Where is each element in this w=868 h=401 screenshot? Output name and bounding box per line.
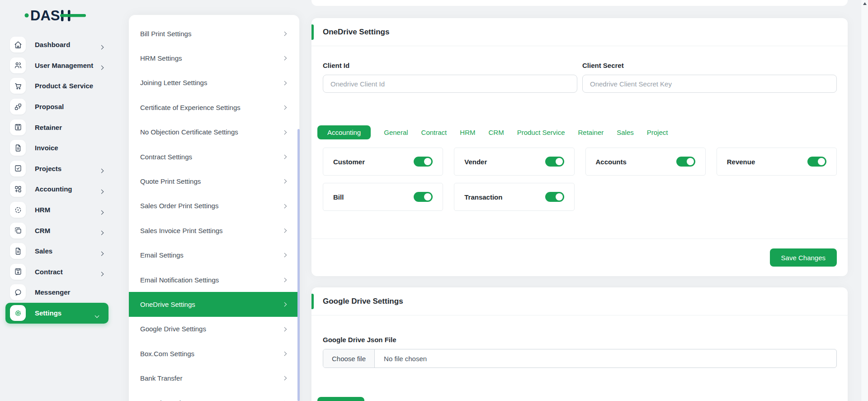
sidebar-item-settings[interactable]: Settings: [5, 303, 108, 324]
tab-sales[interactable]: Sales: [617, 125, 634, 139]
settings-nav-item-sales-invoice-print[interactable]: Sales Invoice Print Settings: [129, 218, 299, 243]
settings-nav-panel: Bill Print Settings HRM Settings Joining…: [129, 15, 299, 401]
sidebar-item-projects[interactable]: Projects: [0, 158, 118, 179]
tab-retainer[interactable]: Retainer: [578, 125, 604, 139]
bill-toggle[interactable]: [414, 192, 433, 202]
settings-nav-item-sales-order-print[interactable]: Sales Order Print Settings: [129, 194, 299, 218]
chevron-right-icon: [100, 166, 103, 174]
settings-nav-label: Bill Print Settings: [140, 30, 191, 38]
card-body: Google Drive Json File Choose file No fi…: [311, 315, 848, 368]
client-id-group: Client Id: [323, 62, 577, 93]
client-secret-input[interactable]: [582, 75, 837, 93]
tab-crm[interactable]: CRM: [488, 125, 504, 139]
settings-nav-label: OneDrive Settings: [140, 301, 195, 308]
settings-nav-item-hrm[interactable]: HRM Settings: [129, 46, 299, 70]
header-accent-bar: [311, 294, 314, 309]
toggle-card-transaction: Transaction: [454, 183, 574, 211]
gdrive-json-file-label: Google Drive Json File: [323, 336, 837, 344]
settings-nav-item-quote-print[interactable]: Quote Print Settings: [129, 169, 299, 193]
settings-panel-scrollbar-thumb[interactable]: [297, 129, 300, 401]
module-tabs: Accounting General Contract HRM CRM Prod…: [317, 125, 837, 139]
settings-nav-item-email-notification[interactable]: Email Notification Settings: [129, 267, 299, 292]
chevron-right-icon: [282, 277, 286, 282]
settings-nav-item-bank-transfer[interactable]: Bank Transfer: [129, 366, 299, 390]
sidebar-item-retainer[interactable]: Retainer: [0, 117, 118, 138]
settings-nav-item-barcode[interactable]: Barcode Settings: [129, 391, 299, 401]
client-secret-group: Client Secret: [582, 62, 837, 93]
transaction-toggle[interactable]: [545, 192, 564, 202]
save-changes-button[interactable]: Save Changes: [770, 248, 837, 267]
dash-logo: DAS: [24, 6, 87, 24]
sidebar-item-contract[interactable]: Contract: [0, 262, 118, 282]
save-disk-icon: [10, 119, 26, 135]
client-secret-label: Client Secret: [582, 62, 837, 69]
tab-accounting[interactable]: Accounting: [317, 125, 371, 139]
tab-project[interactable]: Project: [647, 125, 668, 139]
tab-hrm[interactable]: HRM: [460, 125, 475, 139]
settings-nav-label: Quote Print Settings: [140, 177, 201, 185]
sidebar-item-label: Accounting: [35, 185, 72, 193]
copy-icon: [10, 223, 26, 239]
header-accent-bar: [311, 24, 314, 40]
tab-general[interactable]: General: [384, 125, 408, 139]
tab-product-service[interactable]: Product Service: [517, 125, 565, 139]
settings-nav-label: No Objection Certificate Settings: [140, 128, 238, 136]
home-icon: [10, 37, 26, 53]
settings-nav-item-bill-print[interactable]: Bill Print Settings: [129, 21, 299, 46]
toggle-label: Transaction: [464, 193, 502, 201]
dashed-circle-icon: [10, 202, 26, 218]
sidebar-item-crm[interactable]: CRM: [0, 220, 118, 241]
toggle-card-accounts: Accounts: [585, 148, 706, 176]
settings-nav-label: Sales Order Print Settings: [140, 202, 218, 210]
chevron-right-icon: [282, 229, 286, 233]
settings-nav-item-box-com[interactable]: Box.Com Settings: [129, 341, 299, 366]
choose-file-button[interactable]: Choose file: [323, 349, 375, 368]
file-status-text: No file chosen: [375, 349, 427, 368]
gear-icon: [10, 305, 26, 321]
sidebar-item-label: HRM: [35, 206, 50, 214]
sidebar-item-label: Retainer: [35, 124, 62, 131]
settings-nav-item-contract[interactable]: Contract Settings: [129, 144, 299, 169]
sidebar-item-label: Proposal: [35, 103, 64, 110]
sidebar-item-label: Contract: [35, 268, 63, 276]
client-id-input[interactable]: [323, 75, 577, 93]
vender-toggle[interactable]: [545, 157, 564, 167]
settings-nav-item-google-drive[interactable]: Google Drive Settings: [129, 317, 299, 341]
toggle-card-customer: Customer: [323, 148, 443, 176]
toggle-label: Accounts: [596, 158, 627, 166]
settings-nav-item-onedrive[interactable]: OneDrive Settings: [129, 292, 299, 316]
sidebar-item-dashboard[interactable]: Dashboard: [0, 34, 118, 55]
revenue-toggle[interactable]: [807, 157, 826, 167]
settings-nav-item-joining-letter[interactable]: Joining Letter Settings: [129, 71, 299, 95]
window-scrollbar[interactable]: [861, 0, 868, 401]
settings-nav-item-email[interactable]: Email Settings: [129, 243, 299, 267]
settings-nav-label: Contract Settings: [140, 153, 192, 161]
customer-toggle[interactable]: [414, 157, 433, 167]
sidebar-item-sales[interactable]: Sales: [0, 241, 118, 262]
settings-nav-item-certificate-experience[interactable]: Certificate of Experience Settings: [129, 95, 299, 119]
swap-boxes-icon: [10, 99, 26, 115]
sidebar-item-user-management[interactable]: User Management: [0, 55, 118, 76]
card-footer: Save Changes: [311, 239, 848, 276]
card-title: OneDrive Settings: [323, 28, 389, 37]
chevron-right-icon: [282, 327, 286, 331]
gdrive-json-file-input[interactable]: Choose file No file chosen: [323, 349, 837, 368]
sidebar-item-label: CRM: [35, 227, 50, 234]
sidebar-item-product-service[interactable]: Product & Service: [0, 76, 118, 96]
sidebar-item-hrm[interactable]: HRM: [0, 200, 118, 220]
gdrive-active-tab-partial[interactable]: [317, 397, 364, 401]
settings-nav-item-no-objection[interactable]: No Objection Certificate Settings: [129, 120, 299, 144]
accounts-toggle[interactable]: [676, 157, 695, 167]
tab-contract[interactable]: Contract: [421, 125, 447, 139]
settings-nav-label: Email Notification Settings: [140, 276, 219, 284]
sidebar-item-invoice[interactable]: Invoice: [0, 138, 118, 158]
chevron-right-icon: [100, 228, 103, 236]
check-square-icon: [10, 161, 26, 177]
sidebar-item-messenger[interactable]: Messenger: [0, 282, 118, 303]
sidebar-item-label: Projects: [35, 165, 61, 172]
sidebar-item-proposal[interactable]: Proposal: [0, 96, 118, 117]
chevron-right-icon: [100, 63, 103, 71]
scrollbar-up-arrow-icon[interactable]: [863, 2, 867, 5]
chevron-right-icon: [100, 187, 103, 195]
sidebar-item-accounting[interactable]: Accounting: [0, 179, 118, 200]
